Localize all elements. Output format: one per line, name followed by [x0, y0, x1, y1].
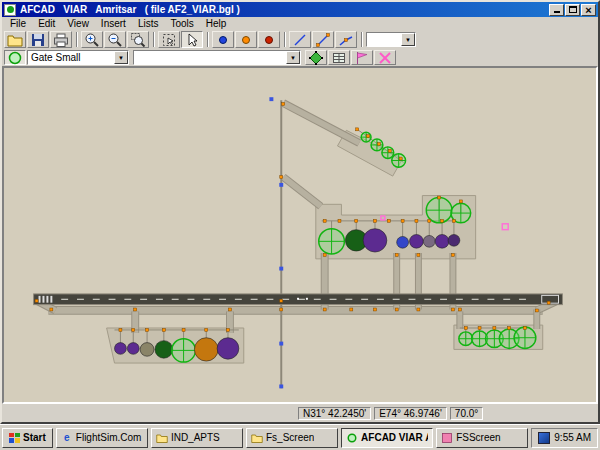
pointer-button[interactable]: [181, 31, 203, 48]
path-node[interactable]: [452, 219, 455, 222]
path-node[interactable]: [401, 219, 404, 222]
menu-view[interactable]: View: [61, 18, 95, 29]
path-node[interactable]: [226, 328, 229, 331]
parking-spot[interactable]: [140, 343, 154, 357]
path-node[interactable]: [374, 219, 377, 222]
selection-handle[interactable]: [279, 183, 283, 187]
menu-edit[interactable]: Edit: [32, 18, 61, 29]
path-node[interactable]: [374, 308, 377, 311]
gate-type-combobox[interactable]: Gate Small ▼: [27, 50, 129, 65]
path-node[interactable]: [146, 328, 149, 331]
scale-combobox[interactable]: ▼: [366, 32, 416, 47]
path-node[interactable]: [438, 196, 441, 199]
path-node[interactable]: [508, 327, 511, 330]
gate-name-combobox[interactable]: ▼: [133, 50, 301, 65]
path-node[interactable]: [415, 219, 418, 222]
path-node[interactable]: [417, 308, 420, 311]
print-button[interactable]: [50, 31, 72, 48]
path-node[interactable]: [132, 328, 135, 331]
path-node[interactable]: [478, 327, 481, 330]
parking-spot[interactable]: [127, 343, 139, 355]
path-node[interactable]: [323, 254, 326, 257]
selection-handle[interactable]: [279, 267, 283, 271]
windsock-tool-button[interactable]: [351, 50, 373, 65]
path-node[interactable]: [535, 309, 538, 312]
taxiway[interactable]: [283, 177, 320, 206]
path-node[interactable]: [356, 128, 359, 131]
zoom-window-button[interactable]: [127, 31, 149, 48]
menu-file[interactable]: File: [4, 18, 32, 29]
parking-spot[interactable]: [448, 235, 460, 247]
path-node[interactable]: [459, 200, 462, 203]
menu-lists[interactable]: Lists: [132, 18, 165, 29]
chevron-down-icon[interactable]: ▼: [401, 33, 415, 46]
path-node[interactable]: [119, 328, 122, 331]
path-node[interactable]: [523, 327, 526, 330]
save-button[interactable]: [27, 31, 49, 48]
path-node[interactable]: [387, 219, 390, 222]
taskbar-item-afcad[interactable]: AFCAD VIAR Amrit...: [341, 428, 433, 448]
node-red-button[interactable]: [258, 31, 280, 48]
selection-handle[interactable]: [279, 384, 283, 388]
taskbar-item-ind-apts[interactable]: IND_APTS: [151, 428, 243, 448]
delete-object-tool-button[interactable]: [374, 50, 396, 65]
path-node[interactable]: [399, 157, 402, 160]
taxiway[interactable]: [283, 103, 359, 143]
select-region-button[interactable]: [158, 31, 180, 48]
path-node[interactable]: [350, 308, 353, 311]
chevron-down-icon[interactable]: ▼: [286, 51, 300, 64]
minimize-button[interactable]: [549, 4, 564, 16]
chevron-down-icon[interactable]: ▼: [114, 51, 128, 64]
path-node[interactable]: [182, 328, 185, 331]
parking-spot[interactable]: [410, 235, 424, 249]
parking-spot[interactable]: [194, 338, 218, 361]
parking-spot[interactable]: [397, 236, 409, 248]
path-node[interactable]: [323, 308, 326, 311]
menu-tools[interactable]: Tools: [164, 18, 199, 29]
path-node[interactable]: [162, 328, 165, 331]
path-node[interactable]: [451, 254, 454, 257]
path-node[interactable]: [417, 254, 420, 257]
taskbar-item-fsscreen[interactable]: FSScreen: [436, 428, 528, 448]
path-node[interactable]: [547, 301, 550, 304]
path-node[interactable]: [493, 327, 496, 330]
tray-display-icon[interactable]: [538, 432, 550, 444]
path-node[interactable]: [282, 103, 285, 106]
path-line-tool-button[interactable]: [335, 31, 357, 48]
parking-spot[interactable]: [423, 235, 435, 247]
zoom-in-button[interactable]: [81, 31, 103, 48]
path-node[interactable]: [355, 219, 358, 222]
path-node[interactable]: [395, 254, 398, 257]
path-node[interactable]: [458, 308, 461, 311]
line-tool-button[interactable]: [289, 31, 311, 48]
open-button[interactable]: [4, 31, 26, 48]
path-node[interactable]: [50, 308, 53, 311]
parking-spot[interactable]: [435, 235, 449, 249]
menu-insert[interactable]: Insert: [95, 18, 132, 29]
menu-help[interactable]: Help: [200, 18, 233, 29]
start-button[interactable]: Start: [2, 428, 53, 448]
taxiway-line-tool-button[interactable]: [312, 31, 334, 48]
path-node[interactable]: [464, 327, 467, 330]
parking-spot[interactable]: [155, 341, 173, 359]
path-node[interactable]: [428, 219, 431, 222]
path-node[interactable]: [377, 142, 380, 145]
parking-spot[interactable]: [363, 229, 387, 252]
path-node[interactable]: [367, 135, 370, 138]
path-node[interactable]: [35, 299, 38, 302]
path-node[interactable]: [388, 149, 391, 152]
path-node[interactable]: [451, 308, 454, 311]
parking-spot-tool-button[interactable]: [4, 50, 26, 65]
parking-spot[interactable]: [217, 338, 239, 359]
path-node[interactable]: [323, 219, 326, 222]
path-node[interactable]: [134, 308, 137, 311]
zoom-out-button[interactable]: [104, 31, 126, 48]
path-node[interactable]: [280, 176, 283, 179]
path-node[interactable]: [338, 219, 341, 222]
taskbar-item-flightsim[interactable]: e FlightSim.Com File Uploa...: [56, 428, 148, 448]
path-node[interactable]: [280, 299, 283, 302]
node-orange-button[interactable]: [235, 31, 257, 48]
map-canvas[interactable]: [2, 66, 598, 404]
path-node[interactable]: [441, 219, 444, 222]
path-node[interactable]: [280, 308, 283, 311]
